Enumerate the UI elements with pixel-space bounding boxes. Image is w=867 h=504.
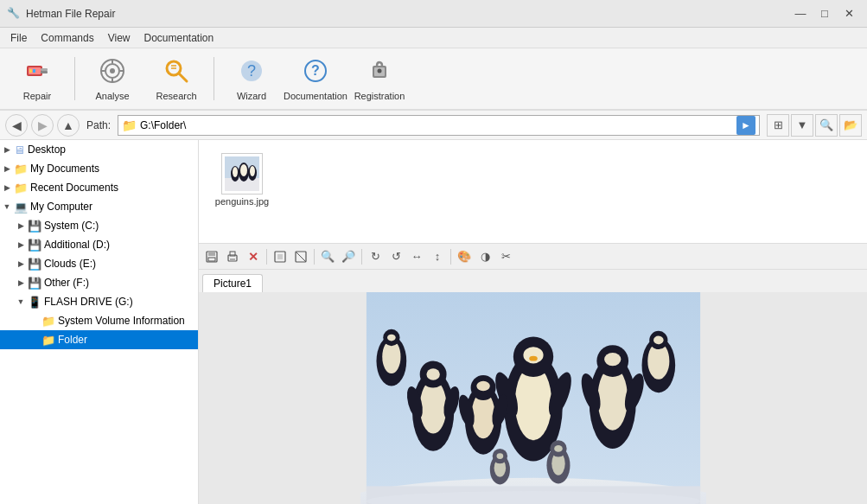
mycomputer-icon: 💻 <box>14 201 28 214</box>
recentdocs-icon: 📁 <box>14 182 28 195</box>
research-label: Research <box>156 91 196 101</box>
tree-item-other[interactable]: ▶ 💾 Other (F:) <box>0 273 198 292</box>
tree-item-recentdocs[interactable]: ▶ 📁 Recent Documents <box>0 178 198 197</box>
img-tool-rotatecw[interactable]: ↻ <box>366 247 385 266</box>
research-button[interactable]: Research <box>146 51 207 106</box>
tree-item-system[interactable]: ▶ 💾 System (C:) <box>0 216 198 235</box>
tree-item-clouds[interactable]: ▶ 💾 Clouds (E:) <box>0 254 198 273</box>
img-tool-sep-3 <box>361 249 362 265</box>
path-label: Path: <box>86 119 111 131</box>
other-icon: 💾 <box>28 277 41 290</box>
menu-commands[interactable]: Commands <box>34 30 100 46</box>
up-button[interactable]: ▲ <box>57 114 80 137</box>
img-tool-sep-2 <box>314 249 315 265</box>
expand-arrow: ▶ <box>14 276 28 290</box>
img-tool-rotateccw[interactable]: ↺ <box>386 247 405 266</box>
maximize-button[interactable]: □ <box>813 4 836 23</box>
title-bar: 🔧 Hetman File Repair — □ ✕ <box>0 0 867 28</box>
expand-arrow: ▶ <box>0 143 14 156</box>
img-tool-zoomin[interactable]: 🔍 <box>318 247 337 266</box>
img-tool-print[interactable] <box>223 247 242 266</box>
tree-item-flash[interactable]: ▼ 📱 FLASH DRIVE (G:) <box>0 292 198 311</box>
menu-view[interactable]: View <box>101 30 137 46</box>
img-tool-sep-4 <box>450 249 451 265</box>
minimize-button[interactable]: — <box>789 4 812 23</box>
img-tool-actual[interactable] <box>271 247 290 266</box>
svg-point-32 <box>250 166 255 176</box>
img-tool-fliph[interactable]: ↔ <box>407 247 426 266</box>
documentation-label: Documentation <box>284 91 347 101</box>
folder-icon: 📁 <box>41 334 55 347</box>
tree-label-desktop: Desktop <box>28 144 66 156</box>
img-tool-fit[interactable] <box>291 247 310 266</box>
svg-rect-2 <box>41 68 48 71</box>
svg-point-86 <box>496 453 503 459</box>
img-tool-color[interactable]: 🎨 <box>455 247 474 266</box>
svg-text:?: ? <box>311 63 320 78</box>
right-panel: penguins.jpg ✕ 🔍 🔎 ↻ ↺ ↔ <box>199 140 867 504</box>
svg-point-49 <box>387 334 396 341</box>
tree-item-desktop[interactable]: ▶ 🖥 Desktop <box>0 140 198 159</box>
tree-label-folder: Folder <box>58 334 87 346</box>
close-button[interactable]: ✕ <box>838 4 860 23</box>
sort-button[interactable]: ▼ <box>791 114 813 137</box>
path-value: G:\Folder\ <box>140 119 733 131</box>
expand-arrow: ▶ <box>14 257 28 271</box>
filter-button[interactable]: 📂 <box>839 114 862 137</box>
forward-button[interactable]: ▶ <box>31 114 54 137</box>
left-panel-tree: ▶ 🖥 Desktop ▶ 📁 My Documents ▶ 📁 Recent … <box>0 140 199 504</box>
img-tool-contrast[interactable]: ◑ <box>475 247 494 266</box>
tree-item-additional[interactable]: ▶ 💾 Additional (D:) <box>0 235 198 254</box>
svg-point-12 <box>110 68 115 73</box>
wizard-button[interactable]: ? Wizard <box>221 51 282 106</box>
toolbar: Repair Analyse Research <box>0 48 867 111</box>
search-button[interactable]: 🔍 <box>815 114 838 137</box>
documentation-icon: ? <box>302 57 329 89</box>
toolbar-sep-2 <box>214 57 214 100</box>
system-icon: 💾 <box>28 220 41 233</box>
nav-bar: ◀ ▶ ▲ Path: 📁 G:\Folder\ ► ⊞ ▼ 🔍 📂 <box>0 111 867 140</box>
tree-label-mycomputer: My Computer <box>30 201 92 213</box>
img-tool-zoomout[interactable]: 🔎 <box>339 247 358 266</box>
svg-point-70 <box>604 352 621 365</box>
tree-label-additional: Additional (D:) <box>44 239 110 251</box>
main-area: ▶ 🖥 Desktop ▶ 📁 My Documents ▶ 📁 Recent … <box>0 140 867 504</box>
registration-button[interactable]: Registration <box>349 51 410 106</box>
svg-point-53 <box>653 335 664 344</box>
img-tool-flipv[interactable]: ↕ <box>428 247 447 266</box>
menu-bar: File Commands View Documentation <box>0 28 867 48</box>
svg-rect-3 <box>41 71 48 73</box>
view-toggle-button[interactable]: ⊞ <box>767 114 789 137</box>
menu-file[interactable]: File <box>3 30 34 46</box>
mydocs-icon: 📁 <box>14 163 28 175</box>
documentation-button[interactable]: ? Documentation <box>285 51 346 106</box>
file-thumb-image <box>225 156 259 191</box>
tree-item-sysvolinfo[interactable]: ▶ 📁 System Volume Information <box>0 311 198 330</box>
back-button[interactable]: ◀ <box>5 114 28 137</box>
expand-arrow: ▶ <box>14 219 28 233</box>
img-tool-save[interactable] <box>202 247 221 266</box>
flash-icon: 📱 <box>28 296 41 309</box>
file-area: penguins.jpg <box>199 140 867 244</box>
tree-item-folder[interactable]: ▶ 📁 Folder <box>0 330 198 349</box>
sysvolinfo-icon: 📁 <box>41 315 55 328</box>
svg-point-23 <box>378 68 382 73</box>
app-icon: 🔧 <box>7 7 21 21</box>
img-tool-delete[interactable]: ✕ <box>244 247 263 266</box>
file-name-penguins: penguins.jpg <box>215 196 269 207</box>
tree-item-mycomputer[interactable]: ▼ 💻 My Computer <box>0 197 198 216</box>
img-tool-crop[interactable]: ✂ <box>496 247 515 266</box>
expand-arrow: ▼ <box>14 295 28 309</box>
preview-area <box>199 292 867 504</box>
expand-arrow: ▶ <box>14 238 28 252</box>
tree-label-recentdocs: Recent Documents <box>30 182 118 194</box>
file-item-penguins[interactable]: penguins.jpg <box>207 149 277 211</box>
analyse-button[interactable]: Analyse <box>82 51 143 106</box>
tree-item-mydocs[interactable]: ▶ 📁 My Documents <box>0 159 198 178</box>
registration-icon <box>366 57 393 89</box>
svg-point-31 <box>240 164 247 176</box>
menu-documentation[interactable]: Documentation <box>137 30 221 46</box>
repair-button[interactable]: Repair <box>7 51 67 106</box>
path-go-button[interactable]: ► <box>736 116 755 135</box>
tab-picture1[interactable]: Picture1 <box>202 274 263 292</box>
